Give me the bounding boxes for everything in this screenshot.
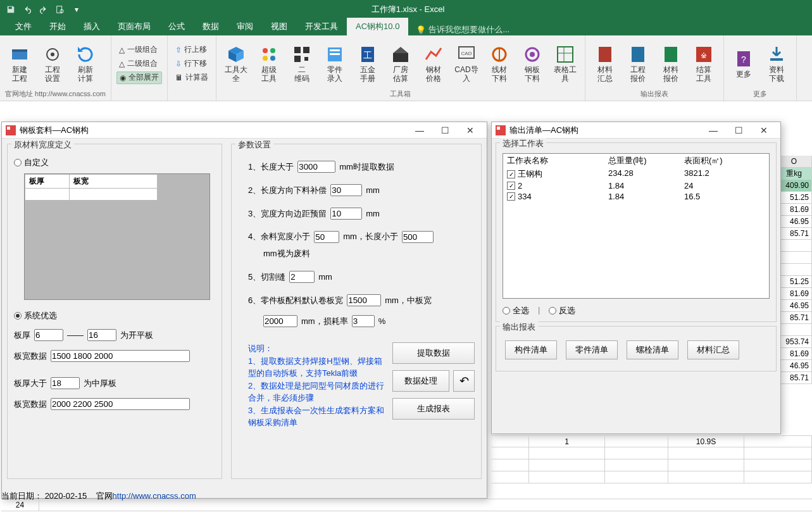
col-header-O[interactable]: O — [777, 156, 812, 167]
new-project-button[interactable]: 新建 工程 — [5, 43, 34, 85]
official-url-label: 官网地址 http://www.cnacss.com — [5, 89, 106, 99]
sheet-row[interactable]: ✓3341.8416.5 — [503, 191, 769, 202]
material-summary2-button[interactable]: 材料汇总 — [687, 340, 739, 359]
material-quote-button[interactable]: 材料 报价 — [656, 43, 685, 85]
process-data-button[interactable]: 数据处理 — [392, 370, 449, 392]
steel-price-button[interactable]: 钢材 价格 — [419, 43, 448, 85]
row-down-button[interactable]: ⇩行下移 — [173, 58, 211, 70]
project-quote-button[interactable]: 工程 报价 — [623, 43, 653, 85]
table-tool-button[interactable]: 表格工 具 — [551, 43, 580, 85]
part-list-button[interactable]: 零件清单 — [566, 340, 618, 359]
calculator-button[interactable]: 🖩计算器 — [173, 72, 211, 84]
settlement-tool-button[interactable]: ※结算 工具 — [689, 43, 718, 85]
p6-input2[interactable] — [263, 315, 297, 327]
plate-cut-button[interactable]: 钢板 下料 — [518, 43, 547, 85]
tab-review[interactable]: 审阅 — [228, 18, 262, 35]
expand-all-button[interactable]: ◉全部展开 — [116, 72, 162, 84]
tab-layout[interactable]: 页面布局 — [109, 18, 159, 35]
cad-import-button[interactable]: CADCAD导 入 — [452, 43, 481, 85]
tab-home[interactable]: 开始 — [41, 18, 75, 35]
official-link[interactable]: http://www.cnacss.com — [113, 491, 196, 501]
material-summary-button[interactable]: 材料 汇总 — [590, 43, 620, 85]
p4-input1[interactable] — [314, 231, 339, 243]
part-entry-button[interactable]: 零件 录入 — [320, 43, 349, 85]
width-data1-input[interactable] — [51, 350, 190, 362]
dialog2-title: 输出清单—AC钢构 — [509, 125, 578, 136]
svg-rect-41 — [770, 58, 783, 61]
close-icon[interactable]: ✕ — [751, 123, 777, 138]
level1-combo-button[interactable]: △一级组合 — [116, 44, 162, 56]
thick-from-input[interactable] — [34, 329, 63, 341]
svg-marker-24 — [393, 47, 408, 53]
line-cut-button[interactable]: 线材 下料 — [485, 43, 514, 85]
thick-to-input[interactable] — [87, 329, 116, 341]
p4-input2[interactable] — [402, 231, 434, 243]
component-list-button[interactable]: 构件清单 — [505, 340, 557, 359]
excel-titlebar: ▾ 工作簿1.xlsx - Excel — [0, 0, 812, 19]
p3-input[interactable] — [330, 208, 362, 220]
tab-file[interactable]: 文件 — [6, 18, 41, 35]
width-data2-input[interactable] — [51, 398, 190, 410]
grid-cell[interactable]: 10.9S — [668, 436, 744, 447]
super-tool-button[interactable]: 超级 工具 — [254, 43, 284, 85]
close-icon[interactable]: ✕ — [458, 123, 483, 138]
minimize-icon[interactable]: — — [407, 123, 432, 138]
tab-data[interactable]: 数据 — [194, 18, 228, 35]
undo-icon[interactable] — [20, 3, 34, 16]
params-group-label: 参数设置 — [235, 139, 273, 151]
level2-combo-button[interactable]: △二级组合 — [116, 58, 162, 70]
svg-point-10 — [263, 48, 268, 53]
p6-rate-input[interactable] — [352, 315, 375, 327]
p5-input[interactable] — [289, 271, 315, 283]
row-up-button[interactable]: ⇧行上移 — [173, 44, 211, 56]
p6-input1[interactable] — [347, 294, 381, 306]
qat-dropdown-icon[interactable]: ▾ — [70, 3, 84, 16]
tab-ac[interactable]: AC钢构10.0 — [347, 18, 408, 35]
p2-input[interactable] — [330, 184, 362, 196]
preview-icon[interactable] — [53, 3, 67, 16]
p1-input[interactable] — [297, 161, 335, 173]
svg-rect-45 — [497, 127, 500, 130]
bolt-list-button[interactable]: 螺栓清单 — [627, 340, 678, 359]
thick-gt-label: 板厚大于 — [14, 378, 47, 389]
custom-radio[interactable]: 自定义 — [14, 157, 215, 168]
qrcode-button[interactable]: 二 维码 — [287, 43, 316, 85]
tool-all-button[interactable]: 工具大 全 — [222, 43, 251, 85]
svg-point-6 — [51, 53, 54, 56]
redo-icon[interactable] — [37, 3, 51, 16]
grid-rows-below: 1 10.9S — [491, 435, 812, 483]
download-button[interactable]: 资料 下载 — [762, 43, 791, 85]
svg-point-13 — [270, 56, 275, 61]
svg-rect-14 — [294, 47, 301, 53]
extract-data-button[interactable]: 提取数据 — [392, 342, 475, 364]
tell-me-label: 告诉我您想要做什么... — [428, 24, 509, 35]
tab-formula[interactable]: 公式 — [159, 18, 194, 35]
col-total-weight: 总重量(吨) — [608, 155, 684, 166]
project-settings-button[interactable]: 工程 设置 — [38, 43, 67, 85]
plant-estimate-button[interactable]: 厂房 估算 — [386, 43, 415, 85]
generate-report-button[interactable]: 生成报表 — [392, 398, 475, 420]
dialog1-title: 钢板套料—AC钢构 — [20, 125, 89, 136]
note1: 1、提取数据支持焊接H型钢、焊接箱型的自动拆板，支持Tekla前缀 — [248, 355, 386, 380]
minimize-icon[interactable]: — — [701, 123, 726, 138]
more-button[interactable]: ?更多 — [729, 43, 758, 85]
tab-insert[interactable]: 插入 — [75, 18, 109, 35]
tab-dev[interactable]: 开发工具 — [296, 18, 347, 35]
tell-me[interactable]: 💡 告诉我您想要做什么... — [416, 24, 509, 35]
tab-view[interactable]: 视图 — [262, 18, 296, 35]
maximize-icon[interactable]: ☐ — [726, 123, 751, 138]
sheet-row[interactable]: ✓王钢构234.283821.2 — [503, 168, 769, 180]
grid-cell[interactable]: 1 — [529, 436, 605, 447]
sheet-row[interactable]: ✓21.8424 — [503, 180, 769, 191]
note3: 3、生成报表会一次性生成套料方案和钢板采购清单 — [248, 404, 386, 429]
select-all-radio[interactable]: 全选 — [503, 305, 529, 316]
hardware-manual-button[interactable]: 工五金 手册 — [353, 43, 382, 85]
svg-rect-43 — [7, 127, 10, 130]
thick-gt-input[interactable] — [51, 377, 80, 389]
maximize-icon[interactable]: ☐ — [432, 123, 458, 138]
recalc-button[interactable]: 刷新 计算 — [71, 43, 100, 85]
save-icon[interactable] — [4, 3, 18, 16]
system-preferred-radio[interactable]: 系统优选 — [14, 310, 215, 321]
undo-process-button[interactable]: ↶ — [453, 370, 475, 392]
invert-radio[interactable]: 反选 — [549, 305, 575, 316]
